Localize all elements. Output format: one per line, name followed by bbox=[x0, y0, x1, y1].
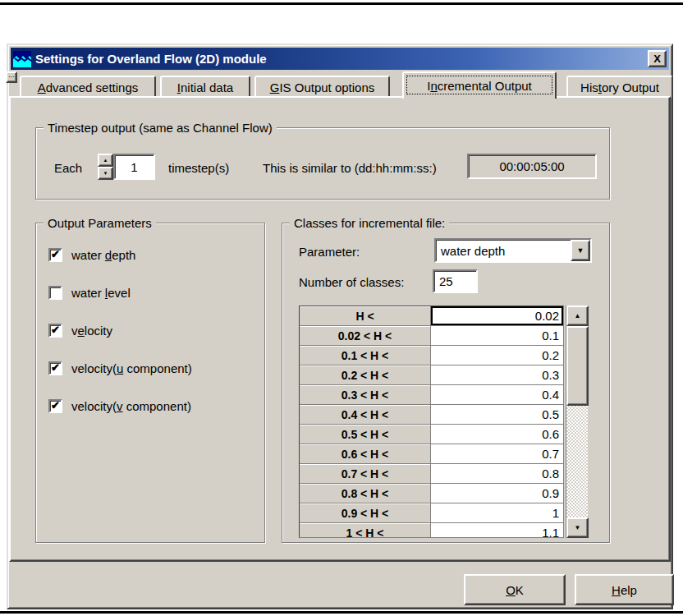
table-row[interactable]: 0.02 < H < 0.1 bbox=[300, 326, 563, 346]
table-row[interactable]: 0.6 < H < 0.7 bbox=[300, 444, 563, 464]
spin-up-icon: ▲ bbox=[103, 158, 108, 163]
timestep-output-group: Timestep output (same as Channel Flow) E… bbox=[35, 127, 610, 200]
class-value-cell[interactable]: 0.6 bbox=[431, 425, 563, 444]
group-title: Output Parameters bbox=[44, 216, 156, 230]
table-row[interactable]: H < 0.02 bbox=[300, 306, 563, 326]
class-range-cell[interactable]: 0.2 < H < bbox=[300, 365, 431, 385]
table-row[interactable]: 0.1 < H < 0.2 bbox=[300, 346, 563, 365]
output-parameter-row[interactable]: ✔ water depth bbox=[48, 248, 259, 262]
table-row[interactable]: 0.7 < H < 0.8 bbox=[300, 464, 563, 484]
scroll-down-icon: ▼ bbox=[575, 524, 581, 531]
output-parameter-row[interactable]: ✔ velocity(v component) bbox=[48, 399, 259, 413]
class-range-cell[interactable]: 0.02 < H < bbox=[300, 326, 431, 346]
checkbox[interactable]: ✔ bbox=[48, 324, 62, 338]
class-value-cell[interactable]: 0.3 bbox=[431, 365, 563, 385]
dropdown-button[interactable]: ▼ bbox=[571, 240, 590, 261]
class-value-cell[interactable]: 0.7 bbox=[431, 444, 563, 464]
timestep-value: 1 bbox=[131, 160, 137, 174]
group-title: Classes for incremental file: bbox=[290, 216, 449, 230]
timestep-unit-label: timestep(s) bbox=[168, 161, 229, 175]
table-row[interactable]: 0.2 < H < 0.3 bbox=[300, 365, 563, 385]
ok-button-label: OK bbox=[506, 583, 524, 597]
output-parameter-row[interactable]: ✔ velocity(u component) bbox=[48, 361, 259, 375]
similar-time-value: 00:00:05:00 bbox=[499, 159, 564, 173]
title-bar[interactable]: Settings for Overland Flow (2D) module X bbox=[11, 48, 669, 70]
help-button-label: Help bbox=[612, 583, 637, 597]
class-range-cell[interactable]: 0.8 < H < bbox=[300, 484, 431, 503]
each-label: Each bbox=[54, 161, 82, 175]
class-value-cell[interactable]: 1.1 bbox=[431, 523, 563, 538]
checkmark-icon: ✔ bbox=[51, 249, 60, 260]
grip-dots-icon: ... bbox=[8, 73, 15, 77]
class-range-cell[interactable]: 0.3 < H < bbox=[300, 385, 431, 405]
class-value-cell[interactable]: 0.9 bbox=[431, 484, 563, 503]
class-range-cell[interactable]: 1 < H < bbox=[300, 523, 431, 538]
tab-label: History Output bbox=[580, 80, 659, 94]
help-button[interactable]: Help bbox=[575, 574, 674, 605]
checkbox[interactable]: ✔ bbox=[48, 248, 62, 262]
spin-up-button[interactable]: ▲ bbox=[98, 154, 113, 167]
class-value-cell[interactable]: 0.4 bbox=[431, 385, 563, 405]
tab-incremental-output[interactable]: Incremental Output bbox=[402, 71, 557, 99]
checkbox-label: velocity bbox=[71, 324, 112, 338]
class-value-cell[interactable]: 0.2 bbox=[431, 346, 563, 365]
parameter-label: Parameter: bbox=[299, 245, 360, 259]
class-value-cell[interactable]: 0.02 bbox=[431, 306, 563, 326]
parameter-dropdown[interactable]: water depth ▼ bbox=[434, 238, 592, 263]
tab-advanced-settings[interactable]: Advanced settings bbox=[20, 76, 156, 98]
class-value-cell[interactable]: 0.8 bbox=[431, 464, 563, 484]
output-parameters-group: Output Parameters ✔ water depth water le… bbox=[35, 223, 265, 543]
tab-initial-data[interactable]: Initial data bbox=[160, 76, 250, 98]
timestep-spinner[interactable]: ▲ ▼ bbox=[98, 154, 113, 180]
tab-page-incremental-output: Timestep output (same as Channel Flow) E… bbox=[9, 96, 671, 562]
class-range-cell[interactable]: 0.5 < H < bbox=[300, 425, 431, 444]
scrollbar-thumb[interactable] bbox=[566, 326, 589, 406]
scrollbar-up-button[interactable]: ▲ bbox=[566, 306, 589, 326]
table-row[interactable]: 0.4 < H < 0.5 bbox=[300, 405, 563, 425]
tab-label: Incremental Output bbox=[427, 79, 532, 93]
checkmark-icon: ✔ bbox=[51, 400, 60, 411]
table-row[interactable]: 0.5 < H < 0.6 bbox=[300, 425, 563, 444]
app-icon bbox=[13, 51, 31, 67]
ok-button[interactable]: OK bbox=[464, 574, 566, 605]
classes-group: Classes for incremental file: Parameter:… bbox=[282, 223, 610, 543]
class-value-cell[interactable]: 1 bbox=[431, 503, 563, 523]
window-title: Settings for Overland Flow (2D) module bbox=[35, 52, 648, 66]
num-classes-input[interactable]: 25 bbox=[433, 269, 478, 293]
class-range-cell[interactable]: 0.6 < H < bbox=[300, 444, 431, 464]
checkbox[interactable]: ✔ bbox=[48, 399, 62, 413]
tab-gis-output-options[interactable]: GIS Output options bbox=[254, 76, 390, 98]
class-range-cell[interactable]: 0.4 < H < bbox=[300, 405, 431, 425]
checkmark-icon: ✔ bbox=[51, 324, 60, 335]
page-bottom-rule bbox=[0, 611, 683, 614]
table-row[interactable]: 0.9 < H < 1 bbox=[300, 503, 563, 523]
close-button[interactable]: X bbox=[648, 50, 667, 67]
num-classes-value: 25 bbox=[439, 274, 453, 288]
output-parameters-list: ✔ water depth water level ✔ velocity ✔ v… bbox=[48, 248, 259, 413]
class-range-cell[interactable]: H < bbox=[300, 306, 431, 326]
class-range-cell[interactable]: 0.1 < H < bbox=[300, 346, 431, 365]
class-range-cell[interactable]: 0.9 < H < bbox=[300, 503, 431, 523]
grip-button[interactable]: ... bbox=[6, 71, 17, 83]
class-value-cell[interactable]: 0.5 bbox=[431, 405, 563, 425]
close-icon: X bbox=[653, 53, 661, 65]
tab-history-output[interactable]: History Output bbox=[566, 76, 673, 98]
similar-to-label: This is similar to (dd:hh:mm:ss:) bbox=[263, 161, 437, 175]
checkbox[interactable]: ✔ bbox=[48, 361, 62, 375]
chevron-down-icon: ▼ bbox=[577, 246, 584, 255]
spin-down-button[interactable]: ▼ bbox=[98, 167, 113, 180]
class-range-cell[interactable]: 0.7 < H < bbox=[300, 464, 431, 484]
table-row[interactable]: 0.8 < H < 0.9 bbox=[300, 484, 563, 503]
class-value-cell[interactable]: 0.1 bbox=[431, 326, 563, 346]
checkbox[interactable] bbox=[48, 286, 62, 300]
output-parameter-row[interactable]: water level bbox=[48, 286, 259, 300]
output-parameter-row[interactable]: ✔ velocity bbox=[48, 324, 259, 338]
classes-table-scrollbar[interactable]: ▲ ▼ bbox=[566, 306, 588, 538]
classes-table[interactable]: H < 0.02 0.02 < H < 0.1 0.1 < H < 0.2 0.… bbox=[299, 306, 564, 538]
table-row[interactable]: 1 < H < 1.1 bbox=[300, 523, 563, 538]
scroll-up-icon: ▲ bbox=[575, 312, 581, 319]
scrollbar-down-button[interactable]: ▼ bbox=[566, 517, 589, 538]
table-row[interactable]: 0.3 < H < 0.4 bbox=[300, 385, 563, 405]
page-top-rule bbox=[0, 2, 683, 5]
timestep-input[interactable]: 1 bbox=[113, 154, 155, 180]
